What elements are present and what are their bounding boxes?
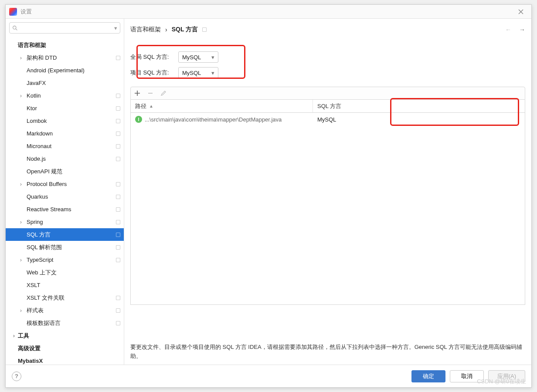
sidebar-item[interactable]: XSLT — [6, 279, 124, 291]
project-dialect-value: MySQL — [182, 70, 201, 76]
cancel-button[interactable]: 取消 — [450, 370, 484, 382]
column-dialect[interactable]: SQL 方言 — [313, 100, 346, 112]
sidebar-item[interactable]: MybatisX — [6, 355, 124, 365]
sidebar-item[interactable]: Quarkus — [6, 190, 124, 203]
global-dialect-value: MySQL — [182, 54, 201, 61]
scope-marker-icon — [116, 308, 120, 313]
sidebar-item[interactable]: 模板数据语言 — [6, 317, 124, 329]
cell-path: I...\src\main\java\com\itheima\mapper\De… — [131, 116, 313, 123]
sidebar-item-label: Kotlin — [27, 92, 41, 99]
sidebar-item-label: 高级设置 — [18, 345, 41, 352]
sidebar-item-label: Spring — [27, 219, 43, 225]
settings-tree[interactable]: 语言和框架›架构和 DTDAndroid (Experimental)JavaF… — [6, 37, 124, 365]
remove-button[interactable] — [147, 90, 153, 96]
file-type-icon: I — [135, 116, 142, 123]
table-toolbar — [130, 87, 525, 100]
scope-marker-icon — [116, 119, 120, 123]
dialog-footer: ? 确定 取消 应用(A) — [6, 365, 531, 387]
sidebar-item[interactable]: OpenAPI 规范 — [6, 165, 124, 178]
sidebar-item-label: XSLT — [27, 282, 41, 288]
sidebar-item[interactable]: Android (Experimental) — [6, 64, 124, 77]
scope-marker-icon — [116, 207, 120, 212]
project-dialect-label: 项目 SQL 方言: — [130, 69, 174, 77]
sidebar-item[interactable]: 语言和框架 — [6, 39, 124, 51]
sidebar-item[interactable]: Micronaut — [6, 140, 124, 152]
sidebar-item-label: Web 上下文 — [27, 269, 57, 277]
breadcrumb-current: SQL 方言 — [172, 26, 198, 34]
content-pane: 语言和框架 › SQL 方言 ← → 全局 SQL 方言: MySQL ▾ — [124, 19, 531, 365]
sidebar-item[interactable]: Markdown — [6, 127, 124, 140]
sidebar-item[interactable]: ›工具 — [6, 329, 124, 342]
sidebar-item[interactable]: JavaFX — [6, 77, 124, 89]
scope-marker-icon — [116, 94, 120, 98]
scope-marker-icon — [202, 27, 207, 32]
sidebar-item[interactable]: Lombok — [6, 115, 124, 127]
column-path[interactable]: 路径 ▲ — [131, 100, 313, 112]
forward-icon[interactable]: → — [519, 26, 525, 33]
help-icon[interactable]: ? — [12, 372, 21, 381]
sidebar-item[interactable]: ›TypeScript — [6, 253, 124, 266]
title-bar: 设置 — [6, 5, 531, 19]
chevron-right-icon: › — [19, 308, 23, 313]
sidebar-item[interactable]: Web 上下文 — [6, 266, 124, 279]
table-row[interactable]: I...\src\main\java\com\itheima\mapper\De… — [131, 113, 525, 126]
scope-marker-icon — [116, 233, 120, 237]
global-dialect-label: 全局 SQL 方言: — [130, 53, 174, 61]
scope-marker-icon — [116, 56, 120, 60]
svg-point-0 — [13, 26, 16, 29]
settings-sidebar: ▾ 语言和框架›架构和 DTDAndroid (Experimental)Jav… — [6, 19, 124, 365]
sidebar-item[interactable]: SQL 解析范围 — [6, 241, 124, 253]
chevron-right-icon: › — [19, 182, 23, 186]
sidebar-item[interactable]: ›架构和 DTD — [6, 51, 124, 64]
sidebar-item[interactable]: XSLT 文件关联 — [6, 291, 124, 304]
sidebar-item[interactable]: Node.js — [6, 152, 124, 165]
sidebar-item[interactable]: ›Protocol Buffers — [6, 178, 124, 190]
sidebar-item-label: JavaFX — [27, 80, 46, 86]
scope-marker-icon — [116, 144, 120, 149]
global-dialect-select[interactable]: MySQL ▾ — [178, 51, 218, 63]
close-icon[interactable] — [514, 5, 528, 19]
window-title: 设置 — [20, 8, 32, 16]
ok-button[interactable]: 确定 — [411, 370, 445, 382]
breadcrumb-parent[interactable]: 语言和框架 — [130, 26, 161, 34]
scope-marker-icon — [116, 245, 120, 250]
chevron-down-icon: ▾ — [211, 70, 214, 76]
sidebar-item-label: XSLT 文件关联 — [27, 294, 65, 302]
search-input[interactable]: ▾ — [9, 22, 120, 34]
scope-marker-icon — [116, 195, 120, 199]
sidebar-item-label: 工具 — [18, 332, 29, 340]
sidebar-item-label: Node.js — [27, 155, 46, 162]
back-icon[interactable]: ← — [505, 26, 511, 33]
sidebar-item[interactable]: SQL 方言 — [6, 228, 124, 241]
apply-button[interactable]: 应用(A) — [488, 370, 525, 382]
table-body: I...\src\main\java\com\itheima\mapper\De… — [131, 113, 525, 304]
sidebar-item-label: Ktor — [27, 105, 37, 112]
sidebar-item[interactable]: ›样式表 — [6, 304, 124, 317]
scope-marker-icon — [116, 182, 120, 186]
sidebar-item[interactable]: Reactive Streams — [6, 203, 124, 216]
chevron-right-icon: › — [19, 220, 23, 224]
sidebar-item-label: SQL 方言 — [27, 231, 51, 239]
sidebar-item-label: Quarkus — [27, 193, 48, 200]
sidebar-item[interactable]: Ktor — [6, 102, 124, 115]
breadcrumb-separator: › — [165, 26, 167, 33]
sidebar-item-label: OpenAPI 规范 — [27, 168, 62, 176]
edit-button[interactable] — [160, 90, 167, 96]
breadcrumb: 语言和框架 › SQL 方言 ← → — [130, 23, 525, 36]
sidebar-item-label: SQL 解析范围 — [27, 243, 62, 251]
sidebar-item-label: Lombok — [27, 118, 47, 124]
sidebar-item[interactable]: ›Kotlin — [6, 89, 124, 102]
chevron-down-icon: ▾ — [114, 25, 117, 31]
sidebar-item-label: Reactive Streams — [27, 206, 71, 213]
settings-dialog: 设置 ▾ 语言和框架›架构和 DTDAndroid (Experimental)… — [5, 4, 532, 388]
sidebar-item[interactable]: 高级设置 — [6, 342, 124, 355]
app-icon — [9, 8, 17, 16]
sidebar-item-label: 模板数据语言 — [27, 319, 61, 327]
sidebar-item[interactable]: ›Spring — [6, 216, 124, 228]
svg-line-1 — [16, 29, 17, 30]
sidebar-item-label: Micronaut — [27, 143, 51, 149]
chevron-right-icon: › — [19, 56, 23, 60]
add-button[interactable] — [134, 90, 140, 96]
project-dialect-select[interactable]: MySQL ▾ — [178, 67, 218, 78]
chevron-right-icon: › — [12, 334, 16, 338]
